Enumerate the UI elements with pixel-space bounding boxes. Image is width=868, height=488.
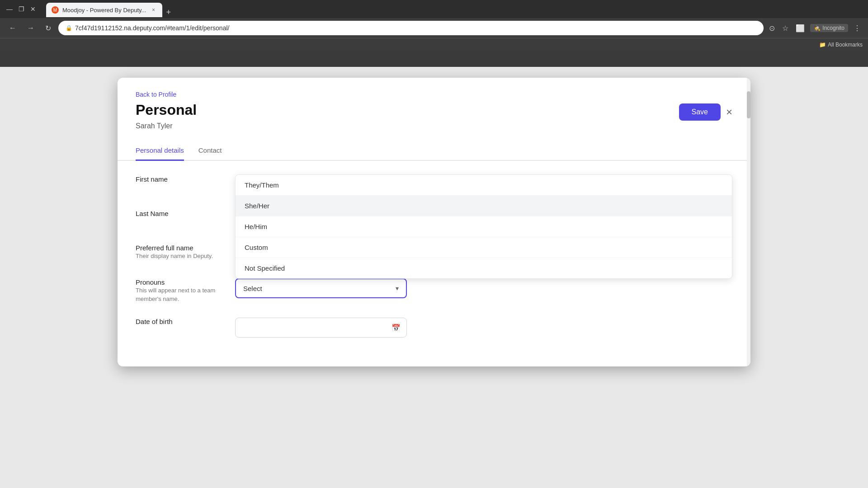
nav-bar: ← → ↻ 🔒 7cf47d19112152.na.deputy.com/#te… [0,18,868,38]
tab-bar: M Moodjoy - Powered By Deputy... × + [42,1,863,17]
chevron-down-icon: ▾ [396,285,399,292]
preferred-name-label-col: Preferred full name Their display name i… [136,244,235,260]
browser-chrome: — ❐ ✕ M Moodjoy - Powered By Deputy... ×… [0,0,868,51]
last-name-label-col: Last Name [136,210,235,217]
pronouns-select-wrapper: Select ▾ [235,278,407,298]
page-background: Back to Profile Personal Sarah Tyler Sav… [0,67,868,488]
first-name-label: First name [136,175,235,183]
dob-label-col: Date of birth [136,318,235,325]
page-title: Personal [136,102,197,118]
pronouns-input-col: They/Them She/Her He/Him Custom Not Spec [235,278,732,298]
pronouns-row: Pronouns This will appear next to a team… [136,278,732,303]
scrollbar-thumb[interactable] [747,91,750,118]
first-name-label-col: First name [136,175,235,183]
pronouns-label: Pronouns [136,278,235,286]
bookmarks-label: All Bookmarks [828,42,863,48]
scrollbar[interactable] [747,78,750,366]
minimize-button[interactable]: — [5,5,14,13]
bookmarks-folder-icon: 📁 [819,42,826,48]
pronouns-label-col: Pronouns This will appear next to a team… [136,278,235,303]
modal-body: First name Last Name Preferred full name [118,161,750,366]
pronoun-option-he-him[interactable]: He/Him [236,216,732,237]
dob-label: Date of birth [136,318,235,325]
lens-icon[interactable]: ⊙ [767,22,777,34]
tab-close-button[interactable]: × [150,6,157,14]
tab-title: Moodjoy - Powered By Deputy... [62,7,146,14]
all-bookmarks[interactable]: 📁 All Bookmarks [819,42,863,48]
incognito-icon: 🕵 [814,25,821,31]
forward-button[interactable]: → [24,22,38,34]
pronouns-select-value: Select [243,285,262,292]
address-text: 7cf47d19112152.na.deputy.com/#team/1/edi… [75,24,229,32]
window-controls: — ❐ ✕ [5,5,37,13]
lock-icon: 🔒 [66,25,72,31]
dob-input-wrapper: 📅 [235,318,407,338]
pronoun-option-they-them[interactable]: They/Them [236,175,732,196]
pronouns-hint: This will appear next to a team member's… [136,287,215,302]
bookmark-star-icon[interactable]: ☆ [780,22,790,34]
refresh-button[interactable]: ↻ [42,22,55,34]
sidebar-icon[interactable]: ⬜ [794,22,807,34]
preferred-name-label: Preferred full name [136,244,235,252]
close-window-button[interactable]: ✕ [29,5,37,13]
menu-button[interactable]: ⋮ [852,22,863,34]
dob-input-col: 📅 [235,318,732,338]
tabs: Personal details Contact [118,141,750,161]
dob-input[interactable] [235,318,407,338]
modal-header: Back to Profile Personal Sarah Tyler Sav… [118,78,750,141]
pronoun-option-custom[interactable]: Custom [236,237,732,258]
nav-actions: ⊙ ☆ ⬜ 🕵 Incognito ⋮ [767,22,863,34]
tab-favicon: M [52,6,59,14]
bookmarks-bar: 📁 All Bookmarks [0,38,868,51]
close-modal-button[interactable]: × [726,106,732,118]
back-button[interactable]: ← [5,22,20,34]
last-name-label: Last Name [136,210,235,217]
user-name: Sarah Tyler [136,122,197,130]
tab-personal-details[interactable]: Personal details [136,141,184,161]
preferred-name-hint: Their display name in Deputy. [136,253,213,259]
save-button[interactable]: Save [679,103,721,121]
tab-contact[interactable]: Contact [198,141,222,161]
modal: Back to Profile Personal Sarah Tyler Sav… [118,78,750,366]
incognito-badge: 🕵 Incognito [810,24,848,32]
pronoun-option-not-specified[interactable]: Not Specified [236,258,732,278]
back-to-profile-link[interactable]: Back to Profile [136,91,176,98]
maximize-button[interactable]: ❐ [17,5,25,13]
address-bar[interactable]: 🔒 7cf47d19112152.na.deputy.com/#team/1/e… [58,21,764,35]
new-tab-button[interactable]: + [162,8,175,17]
incognito-label: Incognito [822,25,844,31]
pronouns-dropdown: They/Them She/Her He/Him Custom Not Spec [235,174,732,279]
dob-row: Date of birth 📅 [136,318,732,338]
pronouns-select[interactable]: Select ▾ [235,278,407,298]
title-bar: — ❐ ✕ M Moodjoy - Powered By Deputy... ×… [0,0,868,18]
pronoun-option-she-her[interactable]: She/Her [236,196,732,216]
active-tab[interactable]: M Moodjoy - Powered By Deputy... × [46,3,162,17]
